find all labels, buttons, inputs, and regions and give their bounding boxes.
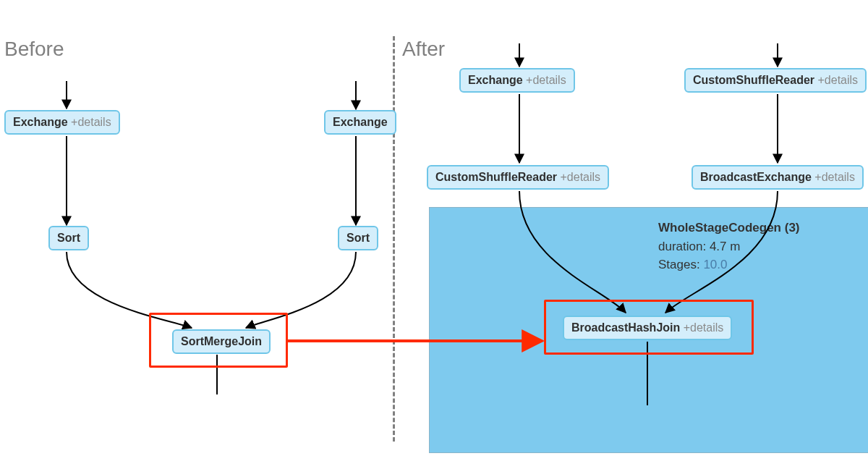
before-title: Before — [4, 38, 64, 61]
details-link[interactable]: +details — [560, 171, 600, 183]
stage-title: WholeStageCodegen (3) — [658, 219, 800, 237]
highlight-before-join — [149, 313, 288, 368]
stage-stages: Stages: 10.0 — [658, 256, 800, 274]
stage-info: WholeStageCodegen (3) duration: 4.7 m St… — [658, 219, 800, 274]
node-csr-top[interactable]: CustomShuffleReader +details — [684, 68, 867, 93]
details-link[interactable]: +details — [817, 74, 858, 86]
node-exchange-after[interactable]: Exchange +details — [459, 68, 575, 93]
details-link[interactable]: +details — [814, 171, 855, 183]
node-sort-left[interactable]: Sort — [48, 226, 89, 250]
details-link[interactable]: +details — [71, 116, 111, 128]
details-link[interactable]: +details — [526, 74, 566, 86]
node-broadcast-exchange[interactable]: BroadcastExchange +details — [692, 165, 864, 190]
highlight-after-join — [544, 300, 754, 355]
stage-link[interactable]: 10.0 — [703, 258, 727, 271]
section-divider — [393, 36, 395, 442]
node-exchange-right[interactable]: Exchange — [324, 110, 396, 135]
node-csr-left[interactable]: CustomShuffleReader +details — [427, 165, 609, 190]
after-title: After — [402, 38, 445, 61]
stage-duration: duration: 4.7 m — [658, 237, 800, 256]
node-exchange-left[interactable]: Exchange +details — [4, 110, 120, 135]
node-sort-right[interactable]: Sort — [338, 226, 378, 250]
